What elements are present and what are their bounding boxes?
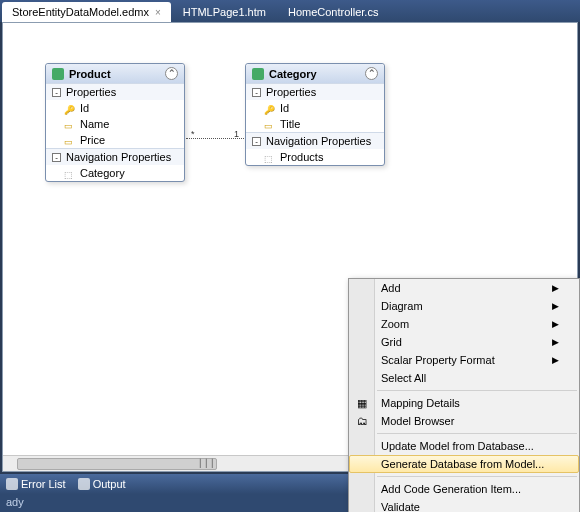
browser-icon: 🗂: [354, 413, 370, 429]
submenu-arrow-icon: ▶: [552, 301, 559, 311]
multiplicity-many: *: [191, 129, 195, 139]
property-name: Id: [280, 102, 289, 114]
menu-mapping-details[interactable]: ▦Mapping Details: [349, 394, 579, 412]
menu-update-from-db[interactable]: Update Model from Database...: [349, 437, 579, 455]
entity-header[interactable]: Product ⌃: [46, 64, 184, 83]
submenu-arrow-icon: ▶: [552, 337, 559, 347]
property-row[interactable]: Name: [46, 116, 184, 132]
menu-label: Diagram: [381, 300, 423, 312]
property-row[interactable]: Id: [246, 100, 384, 116]
collapse-icon[interactable]: ⌃: [165, 67, 178, 80]
menu-label: Add Code Generation Item...: [381, 483, 521, 495]
menu-label: Grid: [381, 336, 402, 348]
menu-diagram[interactable]: Diagram▶: [349, 297, 579, 315]
section-label: Navigation Properties: [66, 151, 171, 163]
menu-model-browser[interactable]: 🗂Model Browser: [349, 412, 579, 430]
property-row[interactable]: Id: [46, 100, 184, 116]
tab-htmlpage[interactable]: HTMLPage1.htm: [173, 2, 276, 22]
entity-title: Category: [269, 68, 317, 80]
collapse-icon[interactable]: ⌃: [365, 67, 378, 80]
menu-label: Zoom: [381, 318, 409, 330]
menu-label: Model Browser: [381, 415, 454, 427]
tab-label: StoreEntityDataModel.edmx: [12, 6, 149, 18]
entity-category[interactable]: Category ⌃ - Properties Id Title - Navig…: [245, 63, 385, 166]
section-navigation[interactable]: - Navigation Properties: [246, 132, 384, 149]
status-label: Output: [93, 478, 126, 490]
entity-icon: [252, 68, 264, 80]
column-icon: [64, 135, 76, 145]
tab-bar: StoreEntityDataModel.edmx × HTMLPage1.ht…: [0, 0, 580, 22]
close-icon[interactable]: ×: [155, 7, 161, 18]
menu-validate[interactable]: Validate: [349, 498, 579, 512]
nav-icon: [264, 152, 276, 162]
entity-product[interactable]: Product ⌃ - Properties Id Name Price - N…: [45, 63, 185, 182]
menu-label: Validate: [381, 501, 420, 512]
output-icon: [78, 478, 90, 490]
menu-separator: [377, 390, 577, 391]
nav-name: Category: [80, 167, 125, 179]
property-row[interactable]: Title: [246, 116, 384, 132]
property-row[interactable]: Price: [46, 132, 184, 148]
section-navigation[interactable]: - Navigation Properties: [46, 148, 184, 165]
toggle-icon[interactable]: -: [252, 88, 261, 97]
section-properties[interactable]: - Properties: [46, 83, 184, 100]
nav-row[interactable]: Products: [246, 149, 384, 165]
menu-label: Mapping Details: [381, 397, 460, 409]
tab-label: HTMLPage1.htm: [183, 6, 266, 18]
menu-label: Scalar Property Format: [381, 354, 495, 366]
entity-header[interactable]: Category ⌃: [246, 64, 384, 83]
menu-scalar-format[interactable]: Scalar Property Format▶: [349, 351, 579, 369]
toggle-icon[interactable]: -: [52, 153, 61, 162]
submenu-arrow-icon: ▶: [552, 283, 559, 293]
menu-separator: [377, 476, 577, 477]
context-menu: Add▶ Diagram▶ Zoom▶ Grid▶ Scalar Propert…: [348, 278, 580, 512]
menu-add-code-gen[interactable]: Add Code Generation Item...: [349, 480, 579, 498]
section-label: Navigation Properties: [266, 135, 371, 147]
section-properties[interactable]: - Properties: [246, 83, 384, 100]
submenu-arrow-icon: ▶: [552, 319, 559, 329]
output-tab[interactable]: Output: [78, 478, 126, 490]
toggle-icon[interactable]: -: [252, 137, 261, 146]
status-text: ady: [6, 496, 24, 508]
multiplicity-one: 1: [234, 129, 239, 139]
menu-generate-db[interactable]: Generate Database from Model...: [349, 455, 579, 473]
menu-add[interactable]: Add▶: [349, 279, 579, 297]
tab-label: HomeController.cs: [288, 6, 378, 18]
nav-row[interactable]: Category: [46, 165, 184, 181]
error-list-tab[interactable]: Error List: [6, 478, 66, 490]
toggle-icon[interactable]: -: [52, 88, 61, 97]
property-name: Name: [80, 118, 109, 130]
menu-label: Update Model from Database...: [381, 440, 534, 452]
nav-name: Products: [280, 151, 323, 163]
menu-zoom[interactable]: Zoom▶: [349, 315, 579, 333]
key-icon: [264, 103, 276, 113]
status-label: Error List: [21, 478, 66, 490]
menu-label: Generate Database from Model...: [381, 458, 544, 470]
property-name: Id: [80, 102, 89, 114]
key-icon: [64, 103, 76, 113]
entity-title: Product: [69, 68, 111, 80]
tab-homecontroller[interactable]: HomeController.cs: [278, 2, 388, 22]
menu-label: Add: [381, 282, 401, 294]
scrollbar-grip: ┃┃┃: [198, 459, 218, 469]
menu-label: Select All: [381, 372, 426, 384]
menu-grid[interactable]: Grid▶: [349, 333, 579, 351]
scrollbar-thumb[interactable]: [17, 458, 217, 470]
menu-separator: [377, 433, 577, 434]
property-name: Price: [80, 134, 105, 146]
column-icon: [64, 119, 76, 129]
tab-store-entity[interactable]: StoreEntityDataModel.edmx ×: [2, 2, 171, 22]
error-list-icon: [6, 478, 18, 490]
entity-icon: [52, 68, 64, 80]
mapping-icon: ▦: [354, 395, 370, 411]
section-label: Properties: [66, 86, 116, 98]
nav-icon: [64, 168, 76, 178]
section-label: Properties: [266, 86, 316, 98]
column-icon: [264, 119, 276, 129]
property-name: Title: [280, 118, 300, 130]
submenu-arrow-icon: ▶: [552, 355, 559, 365]
menu-select-all[interactable]: Select All: [349, 369, 579, 387]
